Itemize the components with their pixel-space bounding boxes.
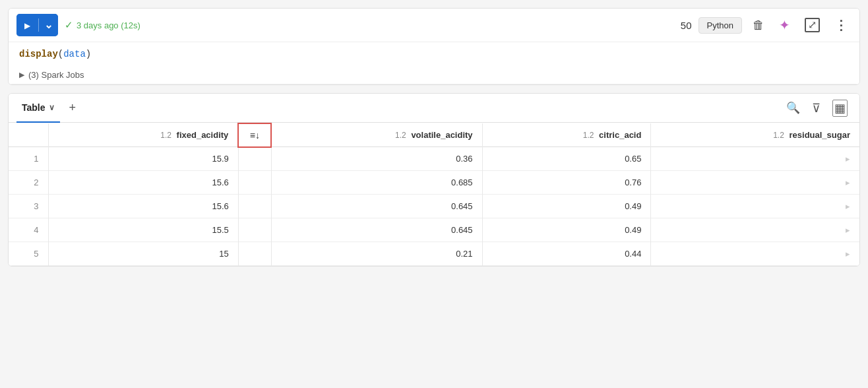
table-row: 1 15.9 0.36 0.65 ▸ (9, 147, 859, 171)
cell-volatile-acidity: 0.645 (271, 195, 482, 218)
run-btn-group (16, 14, 58, 36)
expand-icon: ⤢ (805, 18, 820, 32)
col-header-citric-acid: 1.2 citric_acid (482, 123, 651, 147)
cell-citric-acid: 0.76 (482, 171, 651, 195)
language-label: Python (707, 20, 733, 30)
col-header-fixed-acidity: 1.2 fixed_acidity (48, 123, 238, 147)
more-options-button[interactable]: ⋮ (830, 15, 852, 36)
table-header-row: 1.2 fixed_acidity ≡↓ 1.2 volatile_acidit… (9, 123, 859, 147)
spark-jobs-row[interactable]: ▶ (3) Spark Jobs (9, 66, 859, 84)
data-table: 1.2 fixed_acidity ≡↓ 1.2 volatile_acidit… (9, 123, 859, 266)
cell-fixed-acidity: 15.5 (48, 218, 238, 242)
search-icon: 🔍 (786, 101, 800, 115)
execution-status: ✓ 3 days ago (12s) (65, 19, 140, 31)
cell-volatile-acidity: 0.645 (271, 218, 482, 242)
add-tab-button[interactable]: + (65, 101, 80, 115)
cell-fixed-acidity: 15.6 (48, 171, 238, 195)
table-row: 3 15.6 0.645 0.49 ▸ (9, 195, 859, 218)
code-function: display (19, 49, 58, 59)
cell-citric-acid: 0.44 (482, 242, 651, 266)
cell-fixed-acidity: 15 (48, 242, 238, 266)
cell-fixed-acidity: 15.9 (48, 147, 238, 171)
code-paren-open: ( (58, 49, 63, 59)
cell-sort-placeholder (238, 218, 271, 242)
cell-rownum: 5 (9, 242, 48, 266)
run-button[interactable] (16, 14, 38, 36)
cell-citric-acid: 0.49 (482, 218, 651, 242)
cell-volatile-acidity: 0.685 (271, 171, 482, 195)
col-type-fixed-acidity: 1.2 (160, 131, 171, 140)
cell-sort-placeholder (238, 147, 271, 171)
output-tabs-bar: Table ∨ + 🔍 ⊽ ▦ (9, 94, 859, 123)
sort-button-header[interactable]: ≡↓ (238, 123, 271, 147)
cell-sort-placeholder (238, 171, 271, 195)
cell-sort-placeholder (238, 242, 271, 266)
status-time-text: 3 days ago (12s) (77, 20, 140, 30)
row-count-text: 50 (681, 20, 692, 31)
tab-table[interactable]: Table ∨ (16, 94, 60, 123)
cell-fixed-acidity: 15.6 (48, 195, 238, 218)
filter-icon: ⊽ (812, 101, 821, 115)
search-button[interactable]: 🔍 (782, 98, 804, 117)
expand-button[interactable]: ⤢ (801, 15, 824, 35)
code-argument: data (63, 49, 86, 59)
cell-toolbar: ✓ 3 days ago (12s) 50 Python 🗑 ✦ ⤢ ⋮ (9, 9, 859, 42)
data-table-wrapper: 1.2 fixed_acidity ≡↓ 1.2 volatile_acidit… (9, 123, 859, 266)
spark-arrow-icon: ▶ (19, 71, 24, 79)
cell-rownum: 1 (9, 147, 48, 171)
table-row: 2 15.6 0.685 0.76 ▸ (9, 171, 859, 195)
spark-jobs-label: (3) Spark Jobs (28, 70, 84, 80)
col-header-residual-sugar: 1.2 residual_sugar (651, 123, 859, 147)
col-header-rownum (9, 123, 48, 147)
code-paren-close: ) (86, 49, 91, 59)
ai-assist-button[interactable]: ✦ (775, 15, 794, 36)
cell-residual-sugar: ▸ (651, 147, 859, 171)
cell-sort-placeholder (238, 195, 271, 218)
delete-cell-button[interactable]: 🗑 (749, 16, 768, 35)
filter-button[interactable]: ⊽ (808, 98, 824, 118)
cell-residual-sugar: ▸ (651, 242, 859, 266)
table-body: 1 15.9 0.36 0.65 ▸ 2 15.6 0.685 0.76 ▸ 3… (9, 147, 859, 266)
col-header-volatile-acidity: 1.2 volatile_acidity (271, 123, 482, 147)
columns-icon: ▦ (832, 100, 848, 117)
notebook-cell: ✓ 3 days ago (12s) 50 Python 🗑 ✦ ⤢ ⋮ dis… (8, 8, 860, 85)
columns-button[interactable]: ▦ (828, 97, 852, 119)
sort-icon: ≡↓ (250, 130, 260, 141)
col-type-residual-sugar: 1.2 (773, 131, 784, 140)
cell-code: display(data) (9, 42, 859, 66)
col-label-volatile-acidity: volatile_acidity (411, 130, 472, 140)
col-type-volatile-acidity: 1.2 (395, 131, 406, 140)
col-type-citric-acid: 1.2 (583, 131, 594, 140)
cell-rownum: 2 (9, 171, 48, 195)
cell-residual-sugar: ▸ (651, 195, 859, 218)
col-label-residual-sugar: residual_sugar (790, 130, 851, 140)
language-selector[interactable]: Python (698, 17, 742, 34)
col-label-fixed-acidity: fixed_acidity (177, 130, 229, 140)
play-icon (24, 20, 30, 30)
table-row: 5 15 0.21 0.44 ▸ (9, 242, 859, 266)
cell-volatile-acidity: 0.36 (271, 147, 482, 171)
cell-residual-sugar: ▸ (651, 218, 859, 242)
chevron-down-icon (44, 20, 53, 30)
tab-label: Table (22, 102, 46, 113)
cell-citric-acid: 0.65 (482, 147, 651, 171)
cell-rownum: 4 (9, 218, 48, 242)
cell-volatile-acidity: 0.21 (271, 242, 482, 266)
col-label-citric-acid: citric_acid (599, 130, 641, 140)
output-panel: Table ∨ + 🔍 ⊽ ▦ 1.2 fixe (8, 93, 860, 267)
table-row: 4 15.5 0.645 0.49 ▸ (9, 218, 859, 242)
run-chevron-button[interactable] (39, 14, 58, 36)
cell-rownum: 3 (9, 195, 48, 218)
cell-citric-acid: 0.49 (482, 195, 651, 218)
sparkle-icon: ✦ (779, 17, 790, 33)
tab-chevron-icon: ∨ (49, 103, 55, 112)
status-check-icon: ✓ (65, 19, 73, 31)
cell-residual-sugar: ▸ (651, 171, 859, 195)
delete-icon: 🗑 (753, 18, 764, 32)
output-action-buttons: 🔍 ⊽ ▦ (782, 97, 852, 119)
more-icon: ⋮ (834, 17, 848, 33)
